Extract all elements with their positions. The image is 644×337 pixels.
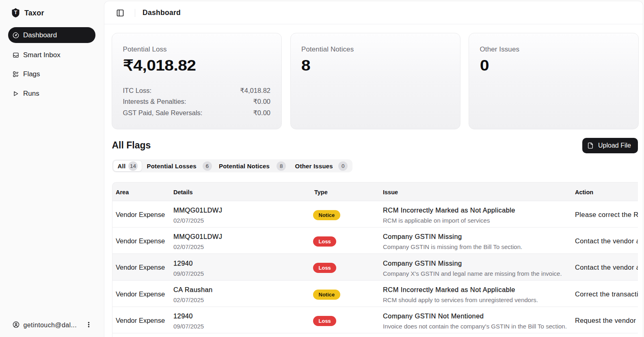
- svg-text:T: T: [14, 10, 17, 16]
